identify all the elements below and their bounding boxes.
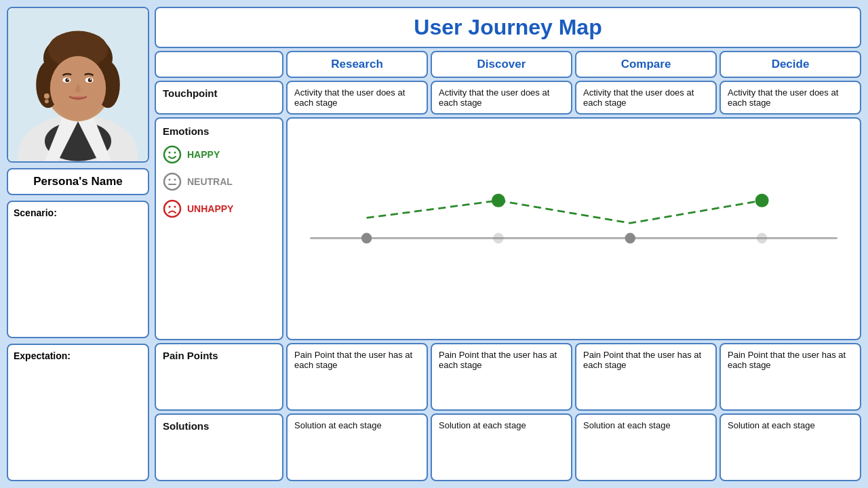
svg-point-21 (169, 152, 171, 154)
svg-point-18 (44, 94, 50, 99)
solution-research: Solution at each stage (286, 413, 428, 481)
svg-point-28 (169, 206, 171, 208)
svg-point-34 (757, 233, 768, 244)
header-row: Research Discover Compare Decide (155, 51, 861, 78)
emotion-unhappy-item: UNHAPPY (163, 199, 275, 218)
title-box: User Journey Map (155, 7, 861, 48)
chart-svg (288, 119, 860, 339)
svg-point-27 (164, 201, 180, 217)
touchpoint-compare: Activity that the user does at each stag… (575, 81, 717, 115)
header-discover: Discover (431, 51, 572, 78)
emotions-chart (286, 117, 861, 340)
solution-compare: Solution at each stage (575, 413, 717, 481)
persona-photo (7, 7, 149, 163)
grid-area: Research Discover Compare Decide Touchpo… (155, 51, 861, 481)
scenario-box: Scenario: (7, 201, 149, 338)
painpoints-row: Pain Points Pain Point that the user has… (155, 343, 861, 411)
svg-point-24 (169, 179, 171, 181)
neutral-label: NEUTRAL (187, 176, 233, 187)
touchpoint-decide: Activity that the user does at each stag… (719, 81, 861, 115)
happy-icon (163, 145, 182, 164)
touchpoint-discover: Activity that the user does at each stag… (431, 81, 572, 115)
painpoint-discover: Pain Point that the user has at each sta… (431, 343, 572, 411)
touchpoint-row: Touchpoint Activity that the user does a… (155, 81, 861, 115)
solutions-label: Solutions (155, 413, 283, 481)
touchpoint-label: Touchpoint (155, 81, 283, 115)
header-empty (155, 51, 283, 78)
header-decide: Decide (719, 51, 861, 78)
svg-point-29 (174, 206, 176, 208)
solutions-row: Solutions Solution at each stage Solutio… (155, 413, 861, 481)
svg-point-17 (90, 79, 92, 80)
painpoint-research: Pain Point that the user has at each sta… (286, 343, 428, 411)
happy-label: HAPPY (187, 149, 220, 160)
solution-discover: Solution at each stage (431, 413, 572, 481)
svg-point-19 (45, 100, 49, 104)
neutral-icon (163, 172, 182, 191)
svg-point-35 (492, 194, 505, 207)
svg-point-22 (174, 152, 176, 154)
emotions-cell: Emotions HAPPY (155, 117, 283, 340)
unhappy-label: UNHAPPY (187, 203, 233, 214)
svg-point-16 (67, 79, 68, 80)
right-panel: User Journey Map Research Discover Compa… (155, 7, 861, 481)
emotion-happy-item: HAPPY (163, 145, 275, 164)
left-panel: Persona's Name Scenario: Expectation: (7, 7, 149, 481)
unhappy-icon (163, 199, 182, 218)
painpoints-label: Pain Points (155, 343, 283, 411)
touchpoint-research: Activity that the user does at each stag… (286, 81, 428, 115)
header-research: Research (286, 51, 428, 78)
persona-name: Persona's Name (7, 168, 149, 195)
svg-point-23 (164, 174, 180, 190)
painpoint-compare: Pain Point that the user has at each sta… (575, 343, 717, 411)
header-compare: Compare (575, 51, 717, 78)
expectation-box: Expectation: (7, 344, 149, 481)
main-container: Persona's Name Scenario: Expectation: Us… (7, 7, 861, 481)
emotion-neutral-item: NEUTRAL (163, 172, 275, 191)
svg-point-15 (88, 78, 92, 82)
emotions-chart-row: Emotions HAPPY (155, 117, 861, 340)
svg-point-14 (65, 78, 69, 82)
emotions-title: Emotions (163, 125, 275, 137)
solution-decide: Solution at each stage (719, 413, 861, 481)
svg-point-25 (174, 179, 176, 181)
svg-point-33 (625, 233, 636, 244)
svg-point-36 (755, 194, 769, 207)
painpoint-decide: Pain Point that the user has at each sta… (719, 343, 861, 411)
svg-point-20 (164, 146, 180, 163)
svg-point-31 (361, 233, 372, 244)
svg-point-32 (493, 233, 504, 244)
